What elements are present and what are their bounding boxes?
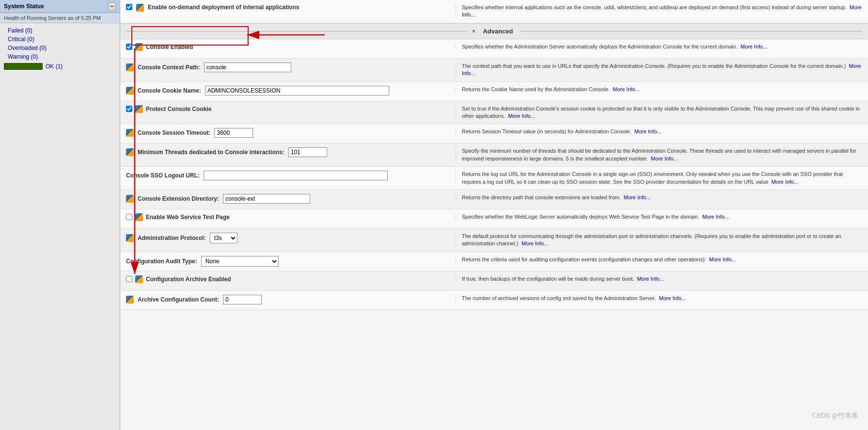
config-archive-enabled-help: If true, then backups of the configurati… [456, 275, 862, 283]
console-session-timeout-help: Returns Session Timeout value (in second… [456, 128, 862, 135]
field-icon [135, 213, 143, 221]
watermark: CSDN @竹等寒 [812, 412, 858, 420]
protect-console-cookie-more-link[interactable]: More Info... [508, 113, 535, 119]
advanced-triangle-icon: ▼ [471, 29, 476, 34]
protect-console-cookie-row: Protect Console Cookie Set to true if th… [120, 101, 868, 125]
advanced-left-line [126, 31, 468, 32]
sidebar-title: System Status [4, 3, 44, 10]
sidebar-overloaded-link[interactable]: Overloaded (0) [8, 45, 47, 51]
sidebar-header: System Status − [0, 0, 120, 13]
console-cookie-name-more-link[interactable]: More Info... [613, 86, 640, 92]
main-content: Enable on-demand deployment of internal … [120, 0, 868, 430]
field-icon [126, 87, 134, 95]
archive-config-count-help: The number of archived versions of confi… [456, 295, 862, 302]
sidebar-subheader: Health of Running Servers as of 5:25 PM [0, 13, 120, 23]
console-context-path-field: Console Context Path: [126, 63, 456, 72]
list-item: Failed (0) [0, 26, 120, 35]
admin-protocol-select[interactable]: t3s t3 https http [210, 233, 237, 243]
console-sso-logout-input[interactable] [204, 171, 388, 180]
config-audit-type-more-link[interactable]: More Info... [709, 256, 736, 262]
admin-protocol-label: Administration Protocol: [138, 235, 206, 241]
config-archive-enabled-more-link[interactable]: More Info... [637, 276, 664, 282]
archive-config-count-label: Archive Configuration Count: [138, 296, 219, 303]
console-cookie-name-input[interactable] [205, 86, 389, 96]
min-threads-more-link[interactable]: More Info... [651, 156, 678, 161]
console-enabled-more-link[interactable]: More Info... [741, 44, 768, 49]
field-icon [136, 4, 144, 12]
sidebar-ok-link[interactable]: OK (1) [46, 63, 63, 70]
enable-web-service-row: Enable Web Service Test Page Specifies w… [120, 209, 868, 229]
on-demand-checkbox[interactable] [126, 4, 132, 10]
console-ext-dir-field: Console Extension Directory: [126, 194, 456, 204]
list-item: Critical (0) [0, 35, 120, 44]
console-sso-logout-row: Console SSO Logout URL: Returns the log … [120, 167, 868, 190]
protect-console-cookie-checkbox[interactable] [126, 106, 132, 112]
archive-config-count-input[interactable] [223, 295, 262, 304]
console-sso-logout-more-link[interactable]: More Info... [772, 179, 799, 185]
field-icon [135, 275, 143, 283]
archive-config-count-row: Archive Configuration Count: The number … [120, 291, 868, 310]
field-icon [126, 296, 134, 303]
list-item: Overloaded (0) [0, 44, 120, 52]
console-sso-logout-help: Returns the log out URL for the Administ… [456, 171, 862, 186]
sidebar: System Status − Health of Running Server… [0, 0, 120, 430]
admin-protocol-more-link[interactable]: More Info... [521, 240, 549, 246]
enable-web-service-checkbox[interactable] [126, 214, 132, 220]
field-icon [126, 148, 134, 156]
on-demand-label: Enable on-demand deployment of internal … [148, 4, 300, 11]
min-threads-row: Minimum Threads dedicated to Console int… [120, 143, 868, 167]
field-icon [135, 43, 143, 51]
console-enabled-row: Console Enabled Specifies whether the Ad… [120, 39, 868, 59]
sidebar-warning-link[interactable]: Warning (0) [8, 53, 38, 60]
config-archive-enabled-row: Configuration Archive Enabled If true, t… [120, 271, 868, 291]
console-session-timeout-row: Console Session Timeout: Returns Session… [120, 124, 868, 143]
advanced-header: ▼ Advanced [120, 23, 868, 39]
console-ext-dir-input[interactable] [223, 194, 310, 204]
list-item: Warning (0) [0, 52, 120, 61]
field-icon [126, 129, 134, 137]
console-cookie-name-row: Console Cookie Name: Returns the Cookie … [120, 82, 868, 101]
field-icon [126, 195, 134, 203]
min-threads-input[interactable] [288, 147, 327, 157]
console-context-path-label: Console Context Path: [138, 64, 200, 71]
sidebar-failed-link[interactable]: Failed (0) [8, 27, 32, 34]
archive-config-count-field: Archive Configuration Count: [126, 295, 456, 304]
config-audit-type-select[interactable]: None Change Log Change Audit All [201, 256, 279, 267]
admin-protocol-row: Administration Protocol: t3s t3 https ht… [120, 229, 868, 252]
console-cookie-name-field: Console Cookie Name: [126, 86, 456, 96]
enable-web-service-more-link[interactable]: More Info... [702, 214, 729, 220]
console-enabled-checkbox[interactable] [126, 44, 132, 50]
console-session-timeout-more-link[interactable]: More Info... [634, 128, 662, 134]
advanced-right-line [520, 31, 862, 32]
config-archive-enabled-field: Configuration Archive Enabled [126, 275, 456, 283]
console-ext-dir-more-link[interactable]: More Info... [624, 194, 651, 200]
on-demand-help: Specifies whether internal applications … [456, 4, 862, 19]
console-ext-dir-row: Console Extension Directory: Returns the… [120, 190, 868, 209]
field-icon [126, 234, 134, 242]
sidebar-close-button[interactable]: − [108, 2, 116, 11]
protect-console-cookie-help: Set to true if the Administration Consol… [456, 105, 862, 120]
console-enabled-field: Console Enabled [126, 43, 456, 51]
admin-protocol-help: The default protocol for communicating t… [456, 233, 862, 248]
console-enabled-label: Console Enabled [146, 44, 193, 50]
enable-web-service-label: Enable Web Service Test Page [146, 214, 230, 221]
console-context-path-help: The context path that you want to use in… [456, 63, 862, 78]
advanced-label[interactable]: Advanced [479, 28, 517, 35]
console-session-timeout-field: Console Session Timeout: [126, 128, 456, 138]
console-context-path-more-link[interactable]: More Info... [462, 63, 861, 76]
min-threads-label: Minimum Threads dedicated to Console int… [138, 149, 284, 156]
config-archive-enabled-checkbox[interactable] [126, 276, 132, 282]
config-audit-type-field: Configuration Audit Type: None Change Lo… [126, 256, 456, 267]
console-session-timeout-input[interactable] [214, 128, 253, 138]
admin-protocol-field: Administration Protocol: t3s t3 https ht… [126, 233, 456, 243]
field-icon [135, 105, 143, 113]
archive-config-count-more-link[interactable]: More Info... [659, 295, 686, 301]
console-ext-dir-help: Returns the directory path that console … [456, 194, 862, 201]
protect-console-cookie-label: Protect Console Cookie [146, 106, 211, 112]
min-threads-field: Minimum Threads dedicated to Console int… [126, 147, 456, 157]
sidebar-critical-link[interactable]: Critical (0) [8, 36, 34, 43]
config-audit-type-label: Configuration Audit Type: [126, 258, 197, 265]
field-icon [126, 64, 134, 71]
console-context-path-input[interactable] [204, 63, 291, 72]
console-context-path-row: Console Context Path: The context path t… [120, 59, 868, 82]
